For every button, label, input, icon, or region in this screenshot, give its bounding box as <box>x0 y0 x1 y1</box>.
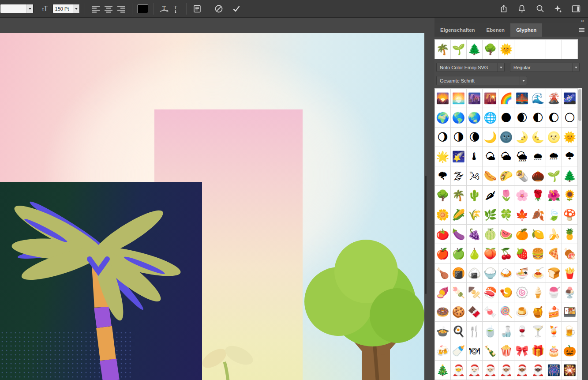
glyph-cell[interactable]: 🌉 <box>514 89 530 108</box>
glyph-cell[interactable]: 🍆 <box>451 225 467 244</box>
glyph-cell[interactable]: 🍍 <box>562 225 578 244</box>
glyph-cell[interactable]: 🌒 <box>514 108 530 128</box>
glyph-cell[interactable]: 🍭 <box>498 302 514 322</box>
recent-glyph-cell[interactable] <box>562 40 578 59</box>
glyph-cell[interactable]: 🌚 <box>498 128 514 147</box>
glyph-cell[interactable]: 🎅🏿 <box>530 361 546 380</box>
glyph-cell[interactable]: 🍽 <box>467 341 483 361</box>
glyph-cell[interactable]: 🍟 <box>562 263 578 283</box>
glyph-cell[interactable]: 🌝 <box>546 128 562 147</box>
tab-eigenschaften[interactable]: Eigenschaften <box>434 23 481 37</box>
glyph-cell[interactable]: 🌑 <box>498 108 514 128</box>
glyph-cell[interactable]: 🍄 <box>562 205 578 225</box>
glyph-cell[interactable]: 🍛 <box>498 263 514 283</box>
glyph-scope-select[interactable]: Gesamte Schrift <box>436 76 527 85</box>
glyph-cell[interactable]: 🍢 <box>467 283 483 302</box>
glyph-cell[interactable]: 🌱 <box>546 166 562 186</box>
align-right-button[interactable] <box>116 3 127 15</box>
glyph-cell[interactable]: 🍈 <box>483 225 498 244</box>
glyph-cell[interactable]: 🍻 <box>435 341 451 361</box>
tab-glyphen[interactable]: Glyphen <box>510 23 542 37</box>
glyph-cell[interactable]: 🍪 <box>451 302 467 322</box>
glyph-cell[interactable]: 🍰 <box>546 302 562 322</box>
glyph-cell[interactable]: 🍶 <box>498 322 514 341</box>
tab-ebenen[interactable]: Ebenen <box>481 23 511 37</box>
recent-glyph-cell[interactable] <box>514 40 530 59</box>
glyph-cell[interactable]: 🌬 <box>467 166 483 186</box>
glyph-cell[interactable]: 🍵 <box>483 322 498 341</box>
glyph-cell[interactable]: 🌲 <box>562 166 578 186</box>
scrollbar-thumb[interactable] <box>578 89 581 121</box>
glyph-cell[interactable]: 🌇 <box>483 89 498 108</box>
glyph-cell[interactable]: 🌌 <box>562 89 578 108</box>
glyph-cell[interactable]: 🌤 <box>483 147 498 166</box>
glyph-cell[interactable]: 🌧 <box>530 147 546 166</box>
glyph-cell[interactable]: 🎀 <box>514 341 530 361</box>
glyph-cell[interactable]: 🌦 <box>514 147 530 166</box>
glyph-cell[interactable]: 🍼 <box>451 341 467 361</box>
glyph-cell[interactable]: 🌮 <box>498 166 514 186</box>
search-button[interactable] <box>534 3 546 15</box>
glyph-cell[interactable]: 🌥 <box>498 147 514 166</box>
recent-glyph-cell[interactable] <box>546 40 562 59</box>
glyph-cell[interactable]: 🍹 <box>546 322 562 341</box>
glyph-cell[interactable]: 🍣 <box>483 283 498 302</box>
glyph-cell[interactable]: 🍝 <box>530 263 546 283</box>
glyph-cell[interactable]: 🎁 <box>530 341 546 361</box>
glyph-cell[interactable]: 🍱 <box>562 302 578 322</box>
recent-glyph-cell[interactable] <box>530 40 546 59</box>
glyph-cell[interactable]: 🎅 <box>451 361 467 380</box>
glyph-cell[interactable]: 🍩 <box>435 302 451 322</box>
glyph-grid-scrollbar[interactable] <box>578 88 582 380</box>
glyph-cell[interactable]: 🌡 <box>467 147 483 166</box>
glyph-cell[interactable]: 🍺 <box>562 322 578 341</box>
glyph-cell[interactable]: 🍲 <box>435 322 451 341</box>
glyph-cell[interactable]: 🍅 <box>435 225 451 244</box>
glyph-cell[interactable]: 🎄 <box>435 361 451 380</box>
align-center-button[interactable] <box>103 3 114 15</box>
recent-glyph-cell[interactable]: 🌴 <box>435 40 451 59</box>
glyph-cell[interactable]: 🍐 <box>467 244 483 263</box>
glyph-cell[interactable]: 🌷 <box>498 186 514 205</box>
glyph-cell[interactable]: 🌨 <box>546 147 562 166</box>
glyph-cell[interactable]: 🍯 <box>530 302 546 322</box>
glyph-cell[interactable]: 🍧 <box>546 283 562 302</box>
glyph-cell[interactable]: 🌺 <box>546 186 562 205</box>
glyph-cell[interactable]: 🍨 <box>562 283 578 302</box>
glyph-cell[interactable]: 🍎 <box>435 244 451 263</box>
glyph-cell[interactable]: 🌏 <box>467 108 483 128</box>
glyph-cell[interactable]: 🌭 <box>483 166 498 186</box>
character-paragraph-panel-button[interactable] <box>191 3 203 15</box>
glyph-cell[interactable]: 🌅 <box>451 89 467 108</box>
font-family-combo[interactable] <box>0 4 34 13</box>
glyph-cell[interactable]: 🍬 <box>483 302 498 322</box>
panel-menu-button[interactable] <box>575 23 588 37</box>
glyph-cell[interactable]: 🌶 <box>483 186 498 205</box>
glyph-cell[interactable]: 🌠 <box>451 147 467 166</box>
workspace-panels-button[interactable] <box>570 3 582 15</box>
glyph-cell[interactable]: 🍕 <box>546 244 562 263</box>
glyph-cell[interactable]: 🍙 <box>467 263 483 283</box>
notifications-button[interactable] <box>516 3 528 15</box>
collapse-panels-chevron[interactable]: » <box>581 18 584 23</box>
document-canvas[interactable] <box>0 33 424 380</box>
glyph-cell[interactable]: 🍞 <box>546 263 562 283</box>
glyph-cell[interactable]: 🍾 <box>483 341 498 361</box>
glyph-cell[interactable]: 🍁 <box>514 205 530 225</box>
glyph-cell[interactable]: 🍿 <box>498 341 514 361</box>
glyph-cell[interactable]: 🍇 <box>467 225 483 244</box>
glyph-cell[interactable]: 🍋 <box>530 225 546 244</box>
glyph-cell[interactable]: 🍔 <box>530 244 546 263</box>
glyph-font-style-select[interactable]: Regular <box>510 63 580 72</box>
glyph-cell[interactable]: 🍀 <box>498 205 514 225</box>
ai-assistant-button[interactable] <box>552 3 564 15</box>
cancel-edits-button[interactable] <box>213 3 225 15</box>
glyph-cell[interactable]: 🌄 <box>435 89 451 108</box>
glyph-cell[interactable]: 🍉 <box>498 225 514 244</box>
glyph-cell[interactable]: 🍡 <box>451 283 467 302</box>
glyph-cell[interactable]: 🌙 <box>483 128 498 147</box>
glyph-cell[interactable]: 🌔 <box>546 108 562 128</box>
glyph-cell[interactable]: 🍤 <box>498 283 514 302</box>
type-on-path-button[interactable]: T <box>170 3 181 15</box>
glyph-cell[interactable]: 🌫 <box>451 166 467 186</box>
